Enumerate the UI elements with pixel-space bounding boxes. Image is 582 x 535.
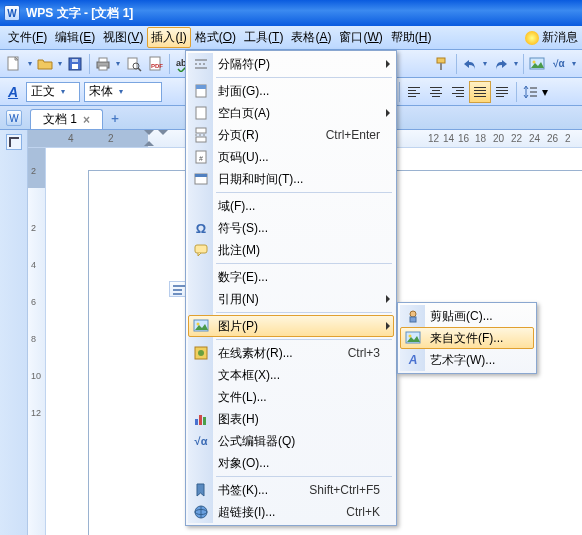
menu-bar: 文件(F) 编辑(E) 视图(V) 插入(I) 格式(O) 工具(T) 表格(A…: [0, 26, 582, 50]
print-button[interactable]: [93, 53, 114, 75]
svg-rect-6: [99, 66, 107, 70]
page-number-icon: #: [192, 148, 210, 166]
svg-text:PDF: PDF: [151, 63, 163, 69]
insert-equation-button[interactable]: √α: [548, 53, 569, 75]
page-break-icon: [192, 126, 210, 144]
line-spacing-dropdown[interactable]: ▾: [542, 85, 548, 99]
menu-file[interactable]: 文件(F): [4, 27, 51, 48]
eq-dropdown[interactable]: ▾: [570, 59, 578, 68]
line-spacing-button[interactable]: [520, 81, 542, 103]
menu-item-number[interactable]: 数字(E)...: [188, 266, 394, 288]
export-pdf-button[interactable]: PDF: [145, 53, 166, 75]
add-tab-button[interactable]: ＋: [107, 110, 123, 126]
preview-button[interactable]: [123, 53, 144, 75]
svg-point-43: [198, 350, 204, 356]
insert-picture-button[interactable]: [527, 53, 548, 75]
menu-item-page-break[interactable]: 分页(R)Ctrl+Enter: [188, 124, 394, 146]
vertical-ruler[interactable]: 2 2 4 6 8 10 12: [28, 148, 46, 535]
menu-table[interactable]: 表格(A): [287, 27, 335, 48]
align-justify-button[interactable]: [469, 81, 491, 103]
menu-edit[interactable]: 编辑(E): [51, 27, 99, 48]
menu-news[interactable]: 新消息: [525, 29, 578, 46]
picture-icon: [192, 317, 210, 335]
picture-submenu: 剪贴画(C)... 来自文件(F)... A艺术字(W)...: [397, 302, 537, 374]
tab-doc1[interactable]: 文档 1×: [30, 109, 103, 129]
menu-item-cover[interactable]: 封面(G)...: [188, 80, 394, 102]
menu-window[interactable]: 窗口(W): [335, 27, 386, 48]
svg-rect-38: [195, 174, 207, 177]
svg-text:√α: √α: [553, 58, 565, 69]
save-button[interactable]: [65, 53, 86, 75]
cover-icon: [192, 82, 210, 100]
menu-item-chart[interactable]: 图表(H): [188, 408, 394, 430]
svg-text:#: #: [199, 155, 203, 162]
menu-item-comment[interactable]: 批注(M): [188, 239, 394, 261]
redo-button[interactable]: [490, 53, 511, 75]
menu-item-reference[interactable]: 引用(N): [188, 288, 394, 310]
format-painter-button[interactable]: [432, 53, 453, 75]
style-combo[interactable]: 正文▾: [26, 82, 80, 102]
align-center-button[interactable]: [425, 81, 447, 103]
svg-rect-51: [410, 317, 416, 322]
menu-item-separator[interactable]: 分隔符(P): [188, 53, 394, 75]
menu-view[interactable]: 视图(V): [99, 27, 147, 48]
separator-icon: [192, 55, 210, 73]
menu-tools[interactable]: 工具(T): [240, 27, 287, 48]
close-tab-icon[interactable]: ×: [83, 113, 90, 127]
menu-item-picture[interactable]: 图片(P): [188, 315, 394, 337]
new-doc-button[interactable]: [4, 53, 25, 75]
menu-item-object[interactable]: 对象(O)...: [188, 452, 394, 474]
home-tab-icon[interactable]: W: [6, 110, 22, 126]
menu-insert[interactable]: 插入(I): [147, 27, 190, 48]
menu-item-equation[interactable]: √α公式编辑器(Q): [188, 430, 394, 452]
open-button[interactable]: [34, 53, 55, 75]
svg-rect-3: [72, 59, 78, 62]
submenu-item-from-file[interactable]: 来自文件(F)...: [400, 327, 534, 349]
svg-rect-33: [196, 137, 206, 142]
title-bar: W WPS 文字 - [文档 1]: [0, 0, 582, 26]
bookmark-icon: [192, 481, 210, 499]
menu-item-file[interactable]: 文件(L)...: [188, 386, 394, 408]
wordart-icon: A: [404, 351, 422, 369]
menu-item-textbox[interactable]: 文本框(X)...: [188, 364, 394, 386]
align-distribute-button[interactable]: [491, 81, 513, 103]
undo-dropdown[interactable]: ▾: [482, 59, 490, 68]
comment-icon: [192, 241, 210, 259]
chart-icon: [192, 410, 210, 428]
equation-icon: √α: [192, 432, 210, 450]
online-material-icon: [192, 344, 210, 362]
hyperlink-icon: [192, 503, 210, 521]
submenu-item-wordart[interactable]: A艺术字(W)...: [400, 349, 534, 371]
menu-item-page-number[interactable]: #页码(U)...: [188, 146, 394, 168]
new-doc-dropdown[interactable]: ▾: [26, 59, 34, 68]
menu-item-bookmark[interactable]: 书签(K)...Shift+Ctrl+F5: [188, 479, 394, 501]
menu-item-blank-page[interactable]: 空白页(A): [188, 102, 394, 124]
svg-rect-32: [196, 128, 206, 133]
svg-rect-2: [72, 64, 78, 69]
menu-item-field[interactable]: 域(F)...: [188, 195, 394, 217]
menu-item-online-material[interactable]: 在线素材(R)...Ctrl+3: [188, 342, 394, 364]
align-right-button[interactable]: [447, 81, 469, 103]
svg-point-50: [410, 311, 416, 317]
menu-item-hyperlink[interactable]: 超链接(I)...Ctrl+K: [188, 501, 394, 523]
undo-button[interactable]: [460, 53, 481, 75]
print-dropdown[interactable]: ▾: [115, 59, 123, 68]
ruler-corner-icon[interactable]: [6, 134, 22, 150]
clipart-icon: [404, 307, 422, 325]
font-combo[interactable]: 宋体▾: [84, 82, 162, 102]
redo-dropdown[interactable]: ▾: [512, 59, 520, 68]
align-left-button[interactable]: [403, 81, 425, 103]
menu-help[interactable]: 帮助(H): [387, 27, 436, 48]
news-icon: [525, 31, 539, 45]
svg-rect-46: [203, 417, 206, 425]
submenu-item-clipart[interactable]: 剪贴画(C)...: [400, 305, 534, 327]
svg-rect-30: [196, 85, 206, 89]
app-logo-icon: W: [4, 5, 20, 21]
menu-format[interactable]: 格式(O): [191, 27, 240, 48]
menu-item-date-time[interactable]: 日期和时间(T)...: [188, 168, 394, 190]
open-dropdown[interactable]: ▾: [56, 59, 64, 68]
menu-item-symbol[interactable]: Ω符号(S)...: [188, 217, 394, 239]
from-file-icon: [404, 329, 422, 347]
svg-rect-45: [199, 415, 202, 425]
window-title: WPS 文字 - [文档 1]: [26, 5, 133, 22]
